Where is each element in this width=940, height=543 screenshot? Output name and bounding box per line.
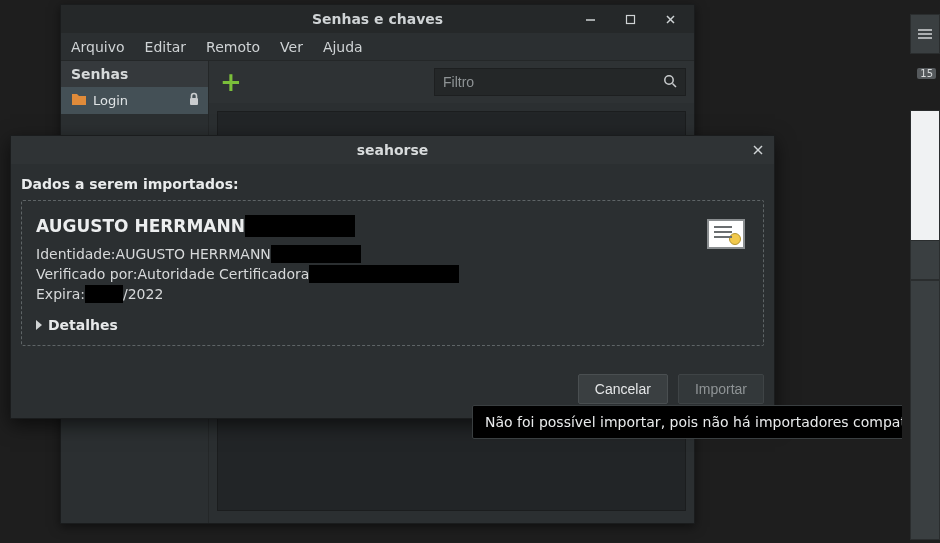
redacted-block [85, 285, 123, 303]
dialog-titlebar[interactable]: seahorse [11, 136, 774, 164]
certificate-name-row: AUGUSTO HERRMANN [36, 215, 749, 237]
svg-rect-4 [190, 98, 198, 105]
tooltip-text: Não foi possível importar, pois não há i… [485, 414, 938, 430]
dialog-close-button[interactable] [748, 140, 768, 160]
toolbar: + [209, 61, 694, 103]
search-input[interactable] [443, 74, 663, 90]
chevron-right-icon [36, 320, 42, 330]
verified-label: Verificado por: [36, 266, 137, 282]
menubar: Arquivo Editar Remoto Ver Ajuda [61, 33, 694, 61]
verified-value: Autoridade Certificadora [137, 266, 309, 282]
error-tooltip: Não foi possível importar, pois não há i… [472, 405, 940, 439]
sidebar-item-login[interactable]: Login [61, 87, 208, 114]
certificate-icon [707, 219, 745, 249]
certificate-expires-row: Expira: /2022 [36, 285, 749, 303]
background-panel: 15 [902, 0, 940, 543]
search-field[interactable] [434, 68, 686, 96]
menu-remoto[interactable]: Remoto [204, 35, 262, 59]
sidebar-item-label: Login [93, 93, 128, 108]
dialog-body: Dados a serem importados: AUGUSTO HERRMA… [11, 164, 774, 356]
plus-icon: + [220, 69, 242, 95]
certificate-name: AUGUSTO HERRMANN [36, 216, 245, 236]
details-label: Detalhes [48, 317, 118, 333]
identity-value: AUGUSTO HERRMANN [116, 246, 271, 262]
minimize-button[interactable] [570, 5, 610, 33]
redacted-block [309, 265, 459, 283]
import-heading: Dados a serem importados: [21, 176, 764, 192]
window-title: Senhas e chaves [312, 11, 443, 27]
expires-suffix: /2022 [123, 286, 163, 302]
add-button[interactable]: + [217, 68, 245, 96]
menu-arquivo[interactable]: Arquivo [69, 35, 127, 59]
details-expander[interactable]: Detalhes [36, 317, 749, 333]
folder-icon [71, 92, 87, 109]
dialog-title: seahorse [357, 142, 429, 158]
certificate-identity-row: Identidade: AUGUSTO HERRMANN [36, 245, 749, 263]
background-panel-segment [910, 240, 940, 280]
svg-line-6 [673, 83, 677, 87]
background-panel-segment [910, 280, 940, 540]
identity-label: Identidade: [36, 246, 116, 262]
import-button[interactable]: Importar [678, 374, 764, 404]
menu-editar[interactable]: Editar [143, 35, 188, 59]
svg-rect-1 [626, 15, 634, 23]
cancel-button[interactable]: Cancelar [578, 374, 668, 404]
maximize-button[interactable] [610, 5, 650, 33]
certificate-verified-row: Verificado por: Autoridade Certificadora [36, 265, 749, 283]
redacted-block [271, 245, 361, 263]
window-controls [570, 5, 690, 33]
redacted-block [245, 215, 355, 237]
sidebar-header-senhas[interactable]: Senhas [61, 61, 208, 87]
menu-ajuda[interactable]: Ajuda [321, 35, 365, 59]
close-button[interactable] [650, 5, 690, 33]
certificate-box: AUGUSTO HERRMANN Identidade: AUGUSTO HER… [21, 200, 764, 346]
search-icon [663, 74, 677, 91]
background-badge: 15 [917, 68, 936, 79]
svg-point-5 [665, 75, 673, 83]
menu-ver[interactable]: Ver [278, 35, 305, 59]
import-dialog: seahorse Dados a serem importados: AUGUS… [10, 135, 775, 419]
titlebar[interactable]: Senhas e chaves [61, 5, 694, 33]
expires-label: Expira: [36, 286, 85, 302]
lock-icon [188, 92, 200, 109]
background-toolbar-icon [910, 14, 940, 54]
